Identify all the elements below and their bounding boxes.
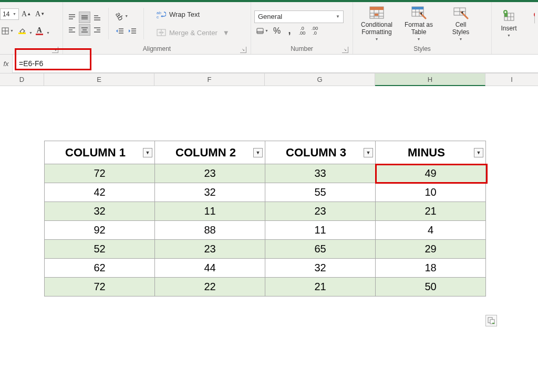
- align-left-button[interactable]: [66, 24, 78, 36]
- table-cell[interactable]: 52: [45, 240, 155, 259]
- table-row[interactable]: 9288114: [45, 221, 486, 240]
- percent-format-button[interactable]: %: [271, 25, 283, 37]
- table-cell[interactable]: 11: [155, 202, 265, 221]
- table-cell[interactable]: 65: [265, 240, 376, 259]
- separator: [108, 8, 109, 39]
- caret-down-icon[interactable]: ▼: [46, 31, 50, 35]
- increase-font-size-button[interactable]: A▲: [20, 8, 33, 20]
- wrap-text-button[interactable]: abc Wrap Text: [153, 6, 233, 23]
- svg-rect-31: [257, 28, 263, 33]
- number-format-value: General: [258, 13, 282, 20]
- conditional-formatting-button[interactable]: Conditional Formatting ▼: [356, 5, 397, 42]
- filter-button[interactable]: ▼: [253, 148, 263, 157]
- table-cell[interactable]: 32: [155, 183, 265, 202]
- table-cell[interactable]: 32: [265, 259, 376, 278]
- col-header-e[interactable]: E: [44, 73, 154, 86]
- table-cell[interactable]: 88: [155, 221, 265, 240]
- svg-text:c: c: [157, 15, 159, 18]
- table-cell[interactable]: 4: [376, 221, 486, 240]
- insert-cells-icon: [501, 9, 518, 24]
- table-cell[interactable]: 10: [376, 183, 486, 202]
- insert-cells-button[interactable]: Insert ▼: [495, 5, 523, 42]
- col-header-g[interactable]: G: [265, 73, 375, 86]
- table-header[interactable]: MINUS ▼: [376, 141, 486, 164]
- orientation-button[interactable]: ab ▼: [114, 10, 130, 22]
- decrease-font-size-button[interactable]: A▼: [34, 8, 46, 20]
- table-row[interactable]: 62443218: [45, 259, 486, 278]
- wrap-text-label: Wrap Text: [169, 10, 200, 18]
- formula-input[interactable]: [13, 55, 538, 73]
- increase-decimal-button[interactable]: .0.00: [296, 25, 308, 37]
- filter-button[interactable]: ▼: [474, 148, 483, 157]
- filter-button[interactable]: ▼: [364, 148, 373, 157]
- comma-format-button[interactable]: ,: [284, 25, 295, 37]
- paste-options-button[interactable]: [485, 315, 497, 326]
- number-format-select[interactable]: General ▼: [254, 10, 344, 23]
- col-header-d[interactable]: D: [0, 73, 44, 86]
- delete-cells-button-partial[interactable]: D: [525, 5, 535, 42]
- table-header[interactable]: COLUMN 3 ▼: [265, 141, 376, 164]
- table-cell[interactable]: 18: [376, 259, 486, 278]
- filter-button[interactable]: ▼: [143, 148, 152, 157]
- table-header[interactable]: COLUMN 2 ▼: [155, 141, 265, 164]
- table-cell[interactable]: 33: [265, 164, 376, 183]
- table-cell[interactable]: 21: [376, 202, 486, 221]
- caret-down-icon: ▼: [507, 34, 511, 38]
- font-color-button[interactable]: A: [34, 25, 45, 37]
- table-cell[interactable]: 44: [155, 259, 265, 278]
- alignment-dialog-launcher[interactable]: ↘: [240, 47, 246, 53]
- table-cell[interactable]: 92: [45, 221, 155, 240]
- table-row[interactable]: 72222150: [45, 278, 486, 296]
- table-cell[interactable]: 42: [45, 183, 155, 202]
- increase-indent-button[interactable]: [127, 25, 138, 37]
- align-center-button[interactable]: [79, 24, 90, 36]
- font-size-input[interactable]: 14 ▼: [0, 8, 19, 20]
- format-as-table-button[interactable]: Format as Table ▼: [398, 5, 439, 42]
- align-right-button[interactable]: [91, 24, 103, 36]
- font-color-swatch: [36, 34, 43, 35]
- accounting-format-button[interactable]: ▼: [254, 25, 270, 37]
- table-header[interactable]: COLUMN 1 ▼: [45, 141, 155, 164]
- table-cell[interactable]: 72: [45, 164, 155, 183]
- table-cell[interactable]: 23: [155, 164, 265, 183]
- table-cell[interactable]: 72: [45, 278, 155, 296]
- decrease-decimal-button[interactable]: .00.0: [309, 25, 320, 37]
- align-top-button[interactable]: [66, 12, 78, 23]
- col-header-h-selected[interactable]: H: [375, 73, 485, 86]
- table-cell[interactable]: 22: [155, 278, 265, 296]
- caret-down-icon[interactable]: ▼: [29, 31, 33, 35]
- table-cell[interactable]: 50: [376, 278, 486, 296]
- table-cell[interactable]: 11: [265, 221, 376, 240]
- table-cell[interactable]: 55: [265, 183, 376, 202]
- table-cell[interactable]: 29: [376, 240, 486, 259]
- table-row[interactable]: 72233349: [45, 164, 486, 183]
- number-dialog-launcher[interactable]: ↘: [342, 47, 348, 53]
- table-cell[interactable]: 62: [45, 259, 155, 278]
- fill-color-button[interactable]: [16, 25, 28, 37]
- caret-down-icon: ▼: [459, 37, 463, 41]
- cell-styles-button[interactable]: Cell Styles ▼: [440, 5, 481, 42]
- fx-icon[interactable]: fx: [0, 55, 13, 73]
- table-cell[interactable]: 32: [45, 202, 155, 221]
- table-row[interactable]: 52236529: [45, 240, 486, 259]
- table-cell[interactable]: 23: [155, 240, 265, 259]
- table-cell[interactable]: 21: [265, 278, 376, 296]
- align-bottom-button[interactable]: [91, 12, 103, 23]
- cell-styles-label: Cell Styles: [452, 21, 470, 36]
- col-header-i[interactable]: I: [485, 73, 538, 86]
- conditional-formatting-label: Conditional Formatting: [361, 21, 392, 36]
- alignment-group-label: Alignment: [143, 45, 171, 52]
- cell-styles-icon: [452, 5, 469, 20]
- table-cell[interactable]: 49: [376, 164, 486, 183]
- merge-center-button[interactable]: Merge & Center ▼: [153, 24, 233, 41]
- align-middle-button[interactable]: [79, 12, 90, 23]
- table-row[interactable]: 32112321: [45, 202, 486, 221]
- font-dialog-launcher[interactable]: ↘: [52, 47, 58, 53]
- sheet-area[interactable]: COLUMN 1 ▼ COLUMN 2 ▼ COLUMN 3 ▼ MINUS ▼…: [0, 86, 538, 391]
- col-header-f[interactable]: F: [154, 73, 265, 86]
- border-button[interactable]: ▼: [0, 25, 15, 37]
- table-cell[interactable]: 23: [265, 202, 376, 221]
- table-row[interactable]: 42325510: [45, 183, 486, 202]
- decrease-indent-button[interactable]: [114, 25, 126, 37]
- styles-group-label: Styles: [413, 45, 431, 52]
